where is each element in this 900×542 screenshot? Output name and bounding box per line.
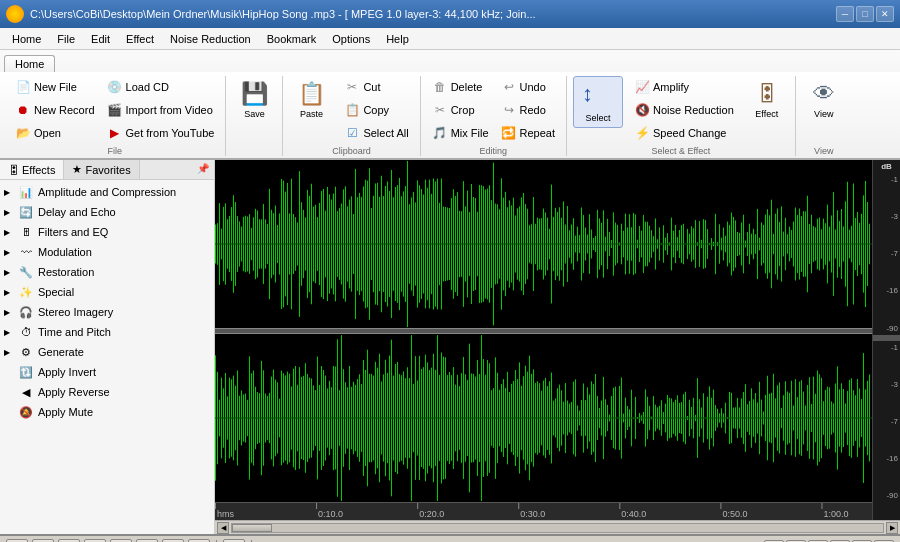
new-record-button[interactable]: ⏺ New Record: [10, 99, 100, 121]
cut-icon: ✂: [344, 79, 360, 95]
sidebar-pin-button[interactable]: 📌: [192, 160, 214, 179]
menu-bookmark[interactable]: Bookmark: [259, 31, 325, 47]
menu-bar: Home File Edit Effect Noise Reduction Bo…: [0, 28, 900, 50]
ribbon: Home 📄 New File ⏺ New Record 📂 Open: [0, 50, 900, 160]
load-cd-label: Load CD: [126, 81, 169, 93]
new-file-button[interactable]: 📄 New File: [10, 76, 100, 98]
editing-group-label: Editing: [480, 144, 508, 156]
cut-button[interactable]: ✂ Cut: [339, 76, 413, 98]
horizontal-scrollbar[interactable]: ◀ ▶: [215, 520, 900, 534]
scroll-left-button[interactable]: ◀: [217, 522, 229, 534]
undo-label: Undo: [520, 81, 546, 93]
crop-button[interactable]: ✂ Crop: [427, 99, 494, 121]
menu-help[interactable]: Help: [378, 31, 417, 47]
menu-options[interactable]: Options: [324, 31, 378, 47]
select-effect-buttons: ↕ Select 📈 Amplify 🔇 Noise Reduction ⚡ S…: [573, 76, 789, 144]
close-button[interactable]: ✕: [876, 6, 894, 22]
waveform-track-top[interactable]: [215, 160, 872, 328]
editing-right-btns: ↩ Undo ↪ Redo 🔁 Repeat: [496, 76, 560, 144]
clipboard-group-label: Clipboard: [332, 144, 371, 156]
select-button[interactable]: ↕ Select: [573, 76, 623, 128]
stereo-label: Stereo Imagery: [38, 306, 113, 318]
paste-button[interactable]: 📋 Paste: [289, 76, 333, 123]
file-left-btns: 📄 New File ⏺ New Record 📂 Open: [10, 76, 100, 144]
modulation-label: Modulation: [38, 246, 92, 258]
sidebar-tab-favorites[interactable]: ★ Favorites: [64, 160, 139, 179]
category-apply-reverse[interactable]: ▶ ◀ Apply Reverse: [0, 382, 214, 402]
category-modulation[interactable]: ▶ 〰 Modulation: [0, 242, 214, 262]
category-generate[interactable]: ▶ ⚙ Generate: [0, 342, 214, 362]
tab-home[interactable]: Home: [4, 55, 55, 72]
copy-button[interactable]: 📋 Copy: [339, 99, 413, 121]
category-amplitude[interactable]: ▶ 📊 Amplitude and Compression: [0, 182, 214, 202]
menu-edit[interactable]: Edit: [83, 31, 118, 47]
crop-label: Crop: [451, 104, 475, 116]
db-neg90-bot: -90: [875, 491, 898, 500]
time-icon: ⏱: [18, 324, 34, 340]
get-youtube-button[interactable]: ▶ Get from YouTube: [102, 122, 220, 144]
save-icon: 💾: [240, 80, 268, 108]
view-icon: 👁: [810, 80, 838, 108]
select-effect-group-label: Select & Effect: [651, 144, 710, 156]
menu-noise-reduction[interactable]: Noise Reduction: [162, 31, 259, 47]
sidebar: 🎛 Effects ★ Favorites 📌 ▶ 📊 Amplitude an…: [0, 160, 215, 534]
db-scale: dB -1 -3 -7 -16 -90 -1 -3 -7 -16 -90: [872, 160, 900, 520]
new-record-label: New Record: [34, 104, 95, 116]
new-record-icon: ⏺: [15, 102, 31, 118]
category-time[interactable]: ▶ ⏱ Time and Pitch: [0, 322, 214, 342]
waveform-track-bottom[interactable]: [215, 334, 872, 502]
file-right-btns: 💿 Load CD 🎬 Import from Video ▶ Get from…: [102, 76, 220, 144]
minimize-button[interactable]: ─: [836, 6, 854, 22]
noise-label: Noise Reduction: [653, 104, 734, 116]
amplify-button[interactable]: 📈 Amplify: [629, 76, 739, 98]
effect-icon: 🎛: [753, 80, 781, 108]
mix-file-button[interactable]: 🎵 Mix File: [427, 122, 494, 144]
category-delay[interactable]: ▶ 🔄 Delay and Echo: [0, 202, 214, 222]
favorites-tab-icon: ★: [72, 163, 82, 176]
effect-button[interactable]: 🎛 Effect: [745, 76, 789, 123]
undo-button[interactable]: ↩ Undo: [496, 76, 560, 98]
category-restoration[interactable]: ▶ 🔧 Restoration: [0, 262, 214, 282]
waveform-area: dB -1 -3 -7 -16 -90 -1 -3 -7 -16 -90: [215, 160, 900, 534]
category-special[interactable]: ▶ ✨ Special: [0, 282, 214, 302]
menu-file[interactable]: File: [49, 31, 83, 47]
repeat-icon: 🔁: [501, 125, 517, 141]
import-video-button[interactable]: 🎬 Import from Video: [102, 99, 220, 121]
category-filters[interactable]: ▶ 🎚 Filters and EQ: [0, 222, 214, 242]
delay-icon: 🔄: [18, 204, 34, 220]
db-neg3-bot: -3: [875, 380, 898, 389]
category-apply-mute[interactable]: ▶ 🔕 Apply Mute: [0, 402, 214, 422]
view-button[interactable]: 👁 View: [802, 76, 846, 123]
category-apply-invert[interactable]: ▶ 🔃 Apply Invert: [0, 362, 214, 382]
youtube-icon: ▶: [107, 125, 123, 141]
repeat-button[interactable]: 🔁 Repeat: [496, 122, 560, 144]
maximize-button[interactable]: □: [856, 6, 874, 22]
special-icon: ✨: [18, 284, 34, 300]
scroll-thumb[interactable]: [232, 524, 272, 532]
save-button[interactable]: 💾 Save: [232, 76, 276, 123]
menu-effect[interactable]: Effect: [118, 31, 162, 47]
generate-label: Generate: [38, 346, 84, 358]
import-label: Import from Video: [126, 104, 213, 116]
view-group-label: View: [814, 144, 833, 156]
amplitude-icon: 📊: [18, 184, 34, 200]
load-cd-button[interactable]: 💿 Load CD: [102, 76, 220, 98]
scroll-track[interactable]: [231, 523, 884, 533]
stereo-arrow: ▶: [4, 308, 14, 317]
redo-button[interactable]: ↪ Redo: [496, 99, 560, 121]
sidebar-tab-effects[interactable]: 🎛 Effects: [0, 160, 64, 179]
delete-button[interactable]: 🗑 Delete: [427, 76, 494, 98]
effects-tab-icon: 🎛: [8, 164, 19, 176]
noise-reduction-button[interactable]: 🔇 Noise Reduction: [629, 99, 739, 121]
speed-change-button[interactable]: ⚡ Speed Change: [629, 122, 739, 144]
select-icon: ↕: [582, 81, 614, 113]
select-all-button[interactable]: ☑ Select All: [339, 122, 413, 144]
import-icon: 🎬: [107, 102, 123, 118]
menu-home[interactable]: Home: [4, 31, 49, 47]
category-stereo[interactable]: ▶ 🎧 Stereo Imagery: [0, 302, 214, 322]
filters-icon: 🎚: [18, 224, 34, 240]
open-button[interactable]: 📂 Open: [10, 122, 100, 144]
new-file-label: New File: [34, 81, 77, 93]
scroll-right-button[interactable]: ▶: [886, 522, 898, 534]
ribbon-group-clipboard: 📋 Paste ✂ Cut 📋 Copy ☑ Select All: [283, 76, 420, 156]
